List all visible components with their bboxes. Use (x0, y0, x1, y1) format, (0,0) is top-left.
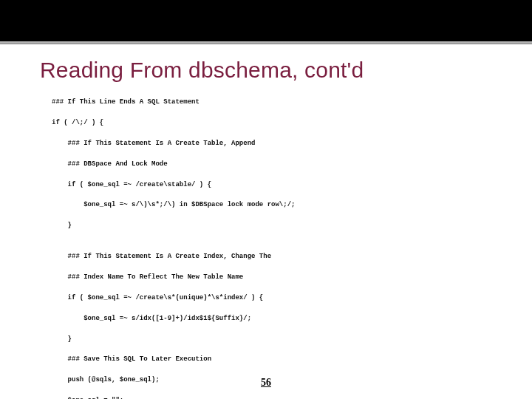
top-bar-divider (0, 41, 532, 44)
code-block: ### If This Line Ends A SQL Statement if… (52, 98, 502, 399)
top-bar (0, 0, 532, 44)
page-number: 56 (0, 377, 532, 389)
slide: Reading From dbschema, cont'd ### If Thi… (0, 0, 532, 399)
slide-title: Reading From dbschema, cont'd (40, 58, 364, 83)
